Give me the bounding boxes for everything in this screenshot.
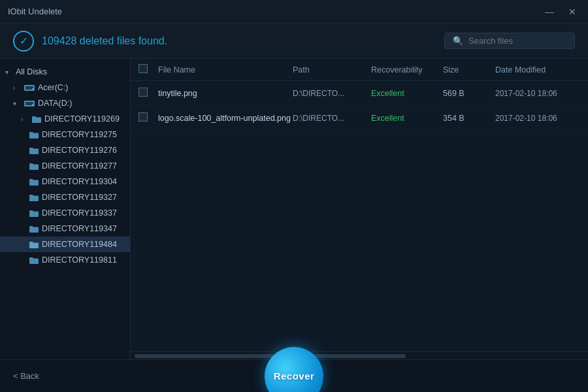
folder-icon (29, 256, 39, 265)
disk-icon (24, 83, 35, 92)
col-header-path: Path (293, 65, 371, 74)
sidebar-item-label: DIRECTORY119277 (42, 161, 117, 171)
sidebar-item-dir119275[interactable]: DIRECTORY119275 (0, 127, 130, 142)
sidebar-item-label: DATA(D:) (38, 99, 72, 108)
sidebar-item-dir119276[interactable]: DIRECTORY119276 (0, 142, 130, 158)
sidebar-item-all-disks[interactable]: ▾ All Disks (0, 64, 130, 80)
chevron-down-icon: ▾ (13, 100, 21, 107)
chevron-right-icon: › (21, 116, 29, 123)
sidebar-item-label: DIRECTORY119276 (42, 146, 117, 155)
select-all-checkbox-cell[interactable] (139, 64, 158, 75)
sidebar-item-data[interactable]: ▾ DATA(D:) (0, 95, 130, 111)
file-name: logo.scale-100_altform-unplated.png (158, 114, 293, 123)
folder-icon (29, 162, 39, 171)
footer: < Back Recover (0, 359, 588, 392)
folder-icon (29, 225, 39, 233)
sidebar-item-dir119327[interactable]: DIRECTORY119327 (0, 189, 130, 205)
sidebar-item-label: DIRECTORY119811 (42, 255, 117, 265)
sidebar-item-acer[interactable]: › Acer(C:) (0, 80, 130, 95)
folder-icon (29, 178, 39, 186)
row-checkbox[interactable] (139, 112, 148, 122)
recover-button[interactable]: Recover (265, 347, 323, 393)
folder-icon (29, 146, 39, 155)
sidebar-item-dir119337[interactable]: DIRECTORY119337 (0, 205, 130, 221)
folder-icon (31, 115, 42, 123)
horizontal-scrollbar[interactable] (131, 351, 588, 359)
sidebar-item-dir119347[interactable]: DIRECTORY119347 (0, 221, 130, 237)
col-header-recoverability: Recoverability (371, 65, 443, 74)
header: ✓ 109428 deleted files found. 🔍 (0, 24, 588, 59)
row-checkbox-cell[interactable] (139, 88, 158, 99)
sidebar-item-label: DIRECTORY119327 (42, 193, 117, 202)
sidebar-item-label: DIRECTORY119337 (42, 208, 117, 218)
file-path: D:\DIRECTO... (293, 114, 371, 123)
main-layout: ▾ All Disks › Acer(C:) ▾ DATA(D:) (0, 59, 588, 359)
svg-point-5 (32, 104, 33, 105)
table-row[interactable]: logo.scale-100_altform-unplated.png D:\D… (131, 106, 588, 131)
sidebar-item-label: Acer(C:) (38, 83, 69, 92)
sidebar-item-label: DIRECTORY119269 (44, 114, 120, 123)
file-date-modified: 2017-02-10 18:06 (495, 89, 580, 98)
svg-point-2 (32, 88, 33, 90)
sidebar-item-label: DIRECTORY119347 (42, 224, 117, 233)
col-header-name: File Name (158, 65, 293, 74)
sidebar-item-label: DIRECTORY119484 (42, 240, 117, 249)
file-date-modified: 2017-02-10 18:06 (495, 114, 580, 123)
chevron-right-icon: › (13, 84, 21, 91)
title-bar-left: IObit Undelete (8, 7, 62, 16)
sidebar-item-dir119304[interactable]: DIRECTORY119304 (0, 174, 130, 189)
app-title: IObit Undelete (8, 7, 62, 16)
minimize-button[interactable]: — (541, 5, 558, 18)
sidebar-item-label: All Disks (16, 67, 47, 76)
folder-icon (29, 209, 39, 218)
chevron-down-icon: ▾ (5, 69, 13, 76)
disk-icon (24, 99, 35, 108)
file-size: 354 B (443, 114, 495, 123)
close-button[interactable]: ✕ (564, 5, 580, 18)
search-box[interactable]: 🔍 (444, 33, 575, 49)
content-area: File Name Path Recoverability Size Date … (131, 59, 588, 359)
col-header-date-modified: Date Modified (495, 65, 580, 74)
select-all-checkbox[interactable] (139, 64, 148, 73)
row-checkbox[interactable] (139, 88, 148, 97)
file-path: D:\DIRECTO... (293, 89, 371, 98)
title-bar-controls: — ✕ (541, 5, 580, 18)
file-size: 569 B (443, 89, 495, 98)
title-bar: IObit Undelete — ✕ (0, 0, 588, 24)
header-status: ✓ 109428 deleted files found. (13, 31, 167, 52)
sidebar-item-dir119811[interactable]: DIRECTORY119811 (0, 252, 130, 268)
sidebar-item-dir119277[interactable]: DIRECTORY119277 (0, 158, 130, 174)
status-text: 109428 deleted files found. (42, 35, 167, 47)
col-header-size: Size (443, 65, 495, 74)
search-input[interactable] (468, 36, 566, 46)
sidebar: ▾ All Disks › Acer(C:) ▾ DATA(D:) (0, 59, 131, 359)
file-recoverability: Excellent (371, 114, 443, 123)
folder-icon (29, 193, 39, 202)
row-checkbox-cell[interactable] (139, 112, 158, 123)
sidebar-item-dir119484[interactable]: DIRECTORY119484 (0, 237, 130, 252)
search-icon: 🔍 (453, 36, 463, 46)
file-recoverability: Excellent (371, 89, 443, 98)
sidebar-item-dir119269[interactable]: › DIRECTORY119269 (0, 111, 130, 127)
file-name: tinytile.png (158, 89, 293, 98)
folder-icon (29, 131, 39, 139)
status-check-icon: ✓ (13, 31, 34, 52)
recover-button-wrap: Recover (265, 347, 323, 393)
table-row[interactable]: tinytile.png D:\DIRECTO... Excellent 569… (131, 81, 588, 106)
table-header: File Name Path Recoverability Size Date … (131, 59, 588, 81)
folder-icon (29, 240, 39, 249)
sidebar-item-label: DIRECTORY119304 (42, 177, 117, 186)
back-button[interactable]: < Back (13, 371, 39, 381)
table-body: tinytile.png D:\DIRECTO... Excellent 569… (131, 81, 588, 351)
sidebar-item-label: DIRECTORY119275 (42, 130, 117, 139)
